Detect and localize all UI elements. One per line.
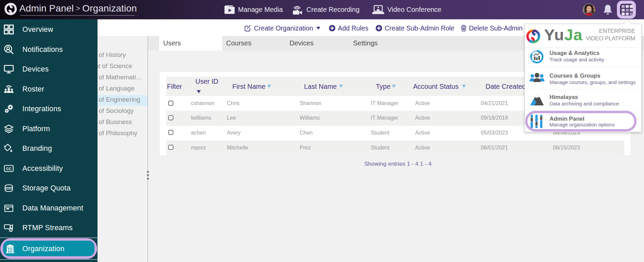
svg-text:CC: CC (6, 167, 12, 171)
